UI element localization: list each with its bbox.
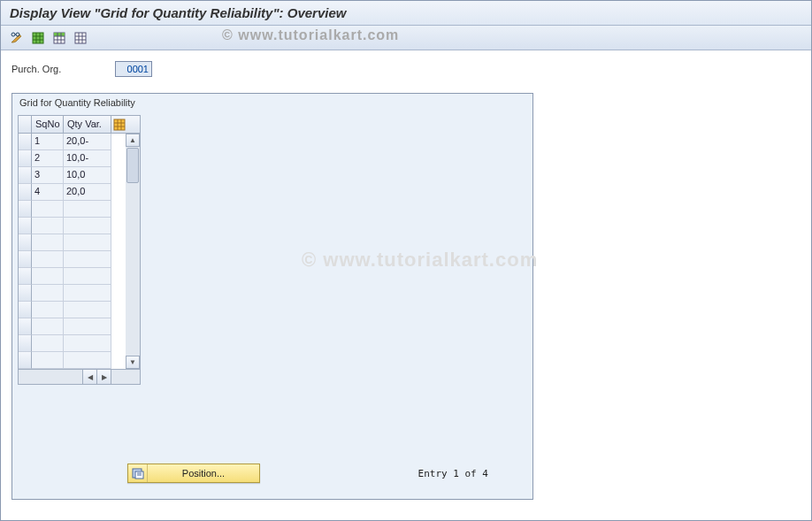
data-grid: SqNo Qty Var. 120,0-210,0-310,0420,0 ▲ ▼… bbox=[18, 115, 141, 385]
row-selector[interactable] bbox=[19, 134, 32, 150]
position-icon bbox=[128, 464, 148, 482]
cell-qtyvar[interactable] bbox=[64, 335, 111, 352]
cell-sqno[interactable] bbox=[32, 268, 64, 285]
table-row bbox=[19, 318, 140, 335]
table-row: 210,0- bbox=[19, 150, 140, 167]
svg-rect-9 bbox=[54, 33, 65, 36]
row-selector[interactable] bbox=[19, 234, 32, 251]
cell-sqno[interactable] bbox=[32, 218, 64, 234]
scroll-down-button[interactable]: ▼ bbox=[126, 356, 140, 369]
column-header-qtyvar[interactable]: Qty Var. bbox=[64, 116, 111, 133]
title-bar: Display View "Grid for Quantity Reliabil… bbox=[1, 1, 811, 26]
cell-sqno[interactable] bbox=[32, 302, 64, 318]
toggle-display-change-button[interactable] bbox=[8, 29, 26, 47]
cell-sqno[interactable] bbox=[32, 318, 64, 335]
cell-qtyvar[interactable] bbox=[64, 318, 111, 335]
hscroll-corner bbox=[111, 370, 125, 384]
hscroll-track[interactable] bbox=[19, 370, 82, 384]
column-header-sqno[interactable]: SqNo bbox=[32, 116, 64, 133]
panel-title: Grid for Quantity Reliability bbox=[12, 94, 532, 111]
cell-sqno[interactable]: 3 bbox=[32, 167, 64, 184]
cell-qtyvar[interactable] bbox=[64, 268, 111, 285]
row-selector[interactable] bbox=[19, 150, 32, 167]
svg-rect-14 bbox=[75, 33, 86, 43]
table-row bbox=[19, 285, 140, 302]
cell-qtyvar[interactable] bbox=[64, 251, 111, 268]
cell-qtyvar[interactable] bbox=[64, 302, 111, 318]
svg-rect-19 bbox=[114, 119, 125, 130]
pencil-glasses-icon bbox=[10, 31, 24, 45]
cell-qtyvar[interactable]: 10,0 bbox=[64, 167, 111, 184]
purch-org-label: Purch. Org. bbox=[11, 64, 104, 74]
cell-qtyvar[interactable] bbox=[64, 352, 111, 369]
cell-qtyvar[interactable]: 10,0- bbox=[64, 150, 111, 167]
row-selector[interactable] bbox=[19, 201, 32, 218]
select-block-button[interactable] bbox=[50, 29, 68, 47]
table-config-icon bbox=[113, 119, 126, 131]
position-button[interactable]: Position... bbox=[127, 464, 260, 483]
cell-sqno[interactable] bbox=[32, 335, 64, 352]
cell-sqno[interactable] bbox=[32, 352, 64, 369]
horizontal-scrollbar[interactable]: ◀ ▶ bbox=[19, 369, 140, 384]
scroll-left-button[interactable]: ◀ bbox=[82, 370, 96, 384]
position-button-label: Position... bbox=[148, 468, 259, 479]
row-selector[interactable] bbox=[19, 184, 32, 201]
table-row bbox=[19, 268, 140, 285]
cell-qtyvar[interactable]: 20,0- bbox=[64, 134, 111, 150]
table-row: 310,0 bbox=[19, 167, 140, 184]
row-selector[interactable] bbox=[19, 335, 32, 352]
page-title: Display View "Grid for Quantity Reliabil… bbox=[10, 5, 802, 20]
header-row-selector[interactable] bbox=[19, 116, 32, 133]
table-select-block-icon bbox=[52, 31, 66, 45]
cell-sqno[interactable] bbox=[32, 251, 64, 268]
table-row bbox=[19, 201, 140, 218]
svg-rect-3 bbox=[33, 33, 43, 43]
row-selector[interactable] bbox=[19, 251, 32, 268]
cell-sqno[interactable] bbox=[32, 234, 64, 251]
table-deselect-icon bbox=[73, 31, 88, 45]
table-row bbox=[19, 251, 140, 268]
cell-qtyvar[interactable]: 20,0 bbox=[64, 184, 111, 201]
scroll-up-button[interactable]: ▲ bbox=[126, 134, 140, 147]
row-selector[interactable] bbox=[19, 218, 32, 234]
row-selector[interactable] bbox=[19, 167, 32, 184]
cell-sqno[interactable]: 4 bbox=[32, 184, 64, 201]
row-selector[interactable] bbox=[19, 268, 32, 285]
grid-header-row: SqNo Qty Var. bbox=[19, 116, 140, 134]
table-row: 120,0- bbox=[19, 134, 140, 150]
scroll-track[interactable] bbox=[126, 184, 140, 356]
purch-org-field[interactable] bbox=[115, 61, 152, 77]
table-row bbox=[19, 352, 140, 369]
cell-sqno[interactable] bbox=[32, 201, 64, 218]
cell-qtyvar[interactable] bbox=[64, 285, 111, 302]
row-selector[interactable] bbox=[19, 352, 32, 369]
table-row bbox=[19, 218, 140, 234]
vertical-scrollbar[interactable]: ▲ ▼ bbox=[126, 134, 140, 369]
watermark: © www.tutorialkart.com bbox=[222, 27, 399, 43]
table-row bbox=[19, 335, 140, 352]
entry-status-label: Entry 1 of 4 bbox=[418, 468, 488, 479]
svg-point-1 bbox=[16, 33, 19, 36]
deselect-all-button[interactable] bbox=[72, 29, 89, 47]
row-selector[interactable] bbox=[19, 318, 32, 335]
cell-sqno[interactable]: 2 bbox=[32, 150, 64, 167]
grid-panel: Grid for Quantity Reliability SqNo Qty V… bbox=[11, 93, 533, 500]
grid-body: 120,0-210,0-310,0420,0 ▲ ▼ bbox=[19, 134, 140, 369]
cell-sqno[interactable] bbox=[32, 285, 64, 302]
table-row bbox=[19, 302, 140, 318]
row-selector[interactable] bbox=[19, 285, 32, 302]
table-row bbox=[19, 234, 140, 251]
content-area: Purch. Org. Grid for Quantity Reliabilit… bbox=[1, 50, 811, 510]
table-settings-button[interactable] bbox=[111, 116, 127, 133]
cell-qtyvar[interactable] bbox=[64, 218, 111, 234]
form-row-purch-org: Purch. Org. bbox=[11, 61, 801, 77]
scroll-right-button[interactable]: ▶ bbox=[96, 370, 111, 384]
table-select-all-icon bbox=[31, 31, 45, 45]
cell-qtyvar[interactable] bbox=[64, 201, 111, 218]
cell-sqno[interactable]: 1 bbox=[32, 134, 64, 150]
svg-point-0 bbox=[11, 33, 15, 36]
cell-qtyvar[interactable] bbox=[64, 234, 111, 251]
row-selector[interactable] bbox=[19, 302, 32, 318]
select-all-button[interactable] bbox=[29, 29, 47, 47]
scroll-thumb[interactable] bbox=[126, 148, 139, 183]
